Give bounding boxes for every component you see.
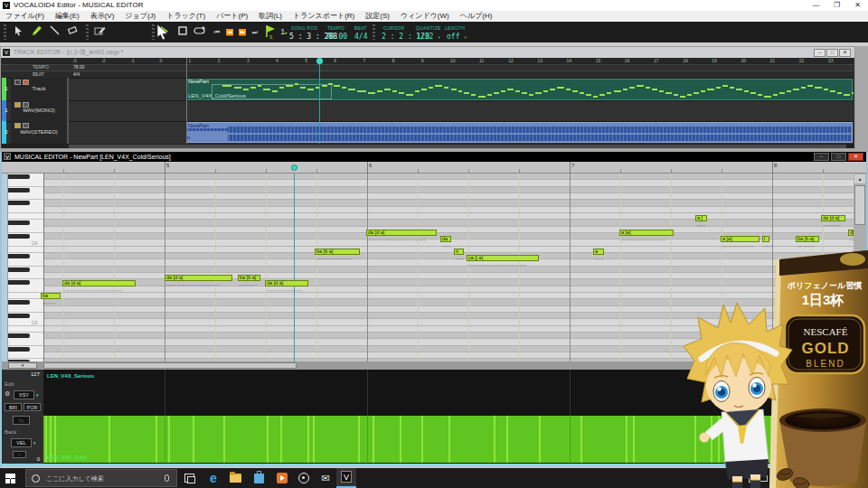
piano-key[interactable] <box>8 339 43 345</box>
note[interactable]: da [d a] <box>366 230 437 236</box>
wav-stereo-part[interactable]: NewPart <box>186 122 853 143</box>
piano-key[interactable] <box>8 326 43 333</box>
piano-key-black[interactable] <box>8 188 30 192</box>
musical-editor-titlebar[interactable]: V MUSICAL EDITOR - NewPart [LEN_V4X_Cold… <box>2 152 866 162</box>
mail-icon[interactable]: ✉ <box>319 472 332 484</box>
note[interactable]: da [d a] <box>165 275 232 281</box>
window-maximize-button[interactable]: ❐ <box>826 0 847 11</box>
piano-key[interactable] <box>8 286 43 293</box>
piano-key-black[interactable] <box>8 314 30 318</box>
note[interactable]: a <box>593 249 604 255</box>
piano-key[interactable] <box>8 213 43 220</box>
window-close-button[interactable]: ✕ <box>847 0 868 11</box>
gear-icon[interactable]: ⚙ <box>5 390 10 398</box>
piano-key-black[interactable] <box>8 347 30 352</box>
track-start-marker[interactable] <box>186 58 187 144</box>
piano-key[interactable] <box>8 259 43 266</box>
track-playhead-handle[interactable] <box>316 58 323 64</box>
por-button[interactable]: POR <box>24 403 41 411</box>
note[interactable]: ba [b a] <box>796 236 819 242</box>
roll-preset-button[interactable]: ▾ <box>8 362 37 369</box>
toolbar-grip[interactable] <box>4 24 6 40</box>
menu-item-4[interactable]: トラック(T) <box>161 11 211 22</box>
piano-key[interactable] <box>8 293 43 299</box>
window-minimize-button[interactable]: — <box>806 0 826 11</box>
piano-key[interactable] <box>8 239 43 246</box>
tempo-value[interactable]: 78.00 <box>326 33 347 41</box>
task-view-button[interactable] <box>184 474 194 483</box>
forward-to-end-button[interactable]: ⏭ <box>248 25 262 39</box>
ring-app-icon[interactable] <box>298 473 309 483</box>
piano-key[interactable] <box>8 352 43 359</box>
note[interactable]: ba [b a] <box>238 275 260 281</box>
vscroll-thumb[interactable] <box>854 185 865 225</box>
note[interactable]: ya [j a] <box>467 255 539 261</box>
piano-key-black[interactable] <box>8 333 30 338</box>
piano-key-black[interactable] <box>8 201 30 205</box>
piano-key-black[interactable] <box>8 174 30 179</box>
file-explorer-icon[interactable] <box>230 474 241 483</box>
toolbar-grip[interactable] <box>373 24 375 40</box>
piano-key[interactable] <box>8 319 43 325</box>
track-editor-minimize-button[interactable]: – <box>814 49 826 57</box>
track-editor-close-button[interactable]: ✕ <box>839 49 851 57</box>
track-editor-maximize-button[interactable]: □ <box>826 49 838 57</box>
menu-item-10[interactable]: ヘルプ(H) <box>455 11 498 22</box>
track-ruler[interactable] <box>2 58 854 64</box>
loop-button[interactable] <box>192 25 206 39</box>
musical-editor-maximize-button[interactable]: □ <box>831 153 846 161</box>
edge-icon[interactable]: e <box>206 471 221 485</box>
xsy-select[interactable]: XSY <box>14 390 34 399</box>
bri-button[interactable]: BRI <box>5 403 22 411</box>
start-marker-button[interactable]: S <box>262 25 277 39</box>
piano-key-black[interactable] <box>8 267 30 272</box>
piano-key-black[interactable] <box>8 221 30 225</box>
beat-row-value[interactable]: 4/4 <box>73 71 80 77</box>
piano-key[interactable] <box>8 180 43 186</box>
track-editor-titlebar[interactable]: V TRACK EDITOR - おさ僕_len01.vsqx * – □ ✕ <box>1 47 854 58</box>
vscroll-up-button[interactable]: ▲ <box>854 174 865 183</box>
note[interactable]: a [ <box>695 215 707 221</box>
piano-key-black[interactable] <box>8 254 30 258</box>
menu-item-7[interactable]: トランスポート(R) <box>288 11 360 22</box>
piano-ruler[interactable] <box>2 162 866 174</box>
note[interactable]: da [d a] <box>821 215 845 221</box>
piano-key-black[interactable] <box>8 300 30 305</box>
piano-key[interactable] <box>8 207 43 213</box>
menu-item-6[interactable]: 歌詞(L) <box>253 11 288 22</box>
stop-button[interactable] <box>175 25 190 39</box>
vel-select[interactable]: VEL <box>11 438 32 447</box>
menu-item-8[interactable]: 設定(S) <box>360 11 395 22</box>
eraser-tool-button[interactable] <box>65 25 80 39</box>
piano-key[interactable] <box>8 247 43 253</box>
tempo-row-value[interactable]: 78.00 <box>73 64 85 70</box>
video-app-icon[interactable] <box>277 473 288 483</box>
store-icon[interactable] <box>254 474 264 483</box>
note[interactable]: a [a] <box>619 230 674 236</box>
note[interactable]: da <box>440 236 451 242</box>
search-box[interactable]: ここに入力して検索 <box>25 469 177 487</box>
line-tool-button[interactable] <box>47 25 61 39</box>
musical-editor-close-button[interactable]: ✕ <box>848 153 863 161</box>
note[interactable]: l <box>762 236 769 242</box>
microphone-icon[interactable] <box>165 474 169 482</box>
note[interactable]: da [d a] <box>265 280 308 286</box>
note[interactable]: a [a] <box>721 236 760 242</box>
menu-item-3[interactable]: ジョブ(J) <box>119 11 161 22</box>
menu-item-1[interactable]: 編集(E) <box>50 11 85 22</box>
pencil-tool-button[interactable] <box>29 25 43 39</box>
piano-key[interactable] <box>8 227 43 233</box>
menu-item-9[interactable]: ウィンドウ(W) <box>395 11 455 22</box>
menu-item-5[interactable]: パート(P) <box>211 11 253 22</box>
pointer-tool-button[interactable] <box>11 25 25 39</box>
menu-item-0[interactable]: ファイル(F) <box>0 11 50 22</box>
note[interactable]: ri <box>454 249 464 255</box>
left-scroll-strip[interactable] <box>2 174 8 373</box>
menu-item-2[interactable]: 表示(V) <box>85 11 120 22</box>
hscroll-thumb[interactable] <box>43 362 297 369</box>
beat-value[interactable]: 4/4 <box>354 33 367 41</box>
quantize-select[interactable]: 1/32 ▾ <box>416 33 440 41</box>
piano-key[interactable] <box>8 193 43 200</box>
vocaloid-taskbar-button[interactable]: V <box>336 468 356 488</box>
note[interactable]: ba [b a] <box>315 249 360 255</box>
